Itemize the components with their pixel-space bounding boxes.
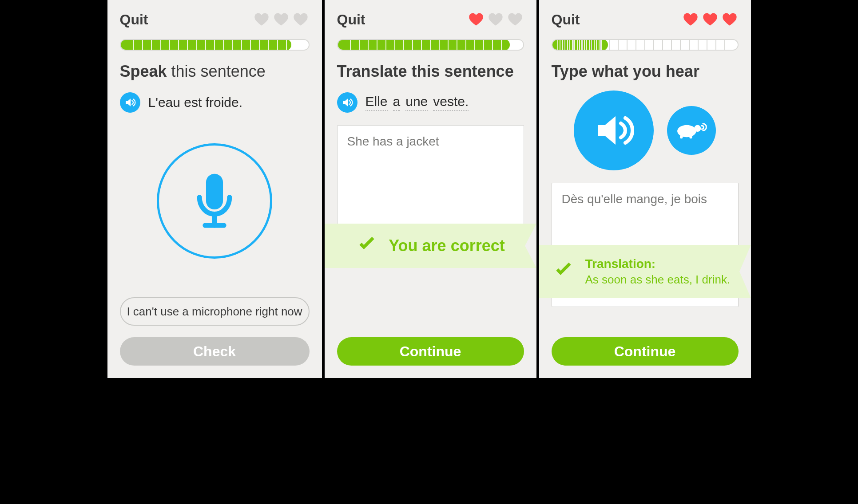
- correct-ribbon: You are correct: [325, 224, 536, 268]
- play-audio-button[interactable]: [120, 92, 140, 113]
- quit-button[interactable]: Quit: [337, 12, 365, 28]
- microphone-icon: [190, 168, 239, 234]
- play-audio-button[interactable]: [574, 91, 654, 170]
- sentence-word[interactable]: veste.: [433, 94, 469, 111]
- sentence-row: Elleauneveste.: [337, 92, 524, 113]
- progress-bar: [337, 39, 524, 51]
- audio-buttons-row: [552, 91, 739, 170]
- translation-label: Translation:: [585, 257, 731, 271]
- lesson-panel-listen: Quit Type what you hear Dès qu'elle mang…: [536, 0, 751, 378]
- heart-filled-icon: [682, 12, 699, 28]
- check-button[interactable]: Check: [120, 337, 310, 366]
- heart-filled-icon: [701, 12, 719, 28]
- heart-empty-icon: [292, 12, 310, 28]
- top-row: Quit: [120, 10, 310, 29]
- hearts-row: [682, 12, 739, 28]
- hearts-row: [253, 12, 310, 28]
- heart-empty-icon: [272, 12, 290, 28]
- progress-bar: [552, 39, 739, 51]
- progress-bar: [120, 39, 310, 51]
- prompt-heading: Translate this sentence: [337, 62, 524, 81]
- sentence-word[interactable]: Elle: [365, 94, 388, 111]
- quit-button[interactable]: Quit: [552, 12, 580, 28]
- prompt-heading: Speak this sentence: [120, 62, 310, 81]
- sentence-text[interactable]: Elleauneveste.: [365, 94, 474, 111]
- correct-message: You are correct: [389, 236, 504, 255]
- play-slow-button[interactable]: [667, 106, 716, 155]
- heart-empty-icon: [506, 12, 524, 28]
- progress-ticks: [338, 40, 523, 50]
- heart-filled-icon: [467, 12, 485, 28]
- continue-button[interactable]: Continue: [552, 337, 739, 366]
- progress-ticks: [552, 40, 738, 50]
- speaker-icon: [342, 97, 353, 108]
- sentence-word: L'eau est froide.: [148, 95, 243, 110]
- speaker-icon: [124, 97, 136, 108]
- sentence-text: L'eau est froide.: [148, 95, 243, 110]
- correct-ribbon: Translation: As soon as she eats, I drin…: [539, 245, 751, 298]
- translation-text: As soon as she eats, I drink.: [585, 273, 731, 287]
- check-icon: [552, 262, 575, 281]
- hearts-row: [467, 12, 524, 28]
- heart-empty-icon: [487, 12, 504, 28]
- heart-empty-icon: [253, 12, 270, 28]
- heart-filled-icon: [721, 12, 739, 28]
- lesson-panel-speak: Quit Speak this sentence L'eau est froid…: [107, 0, 322, 378]
- turtle-icon: [675, 118, 708, 143]
- record-button[interactable]: [157, 143, 272, 259]
- play-audio-button[interactable]: [337, 92, 358, 113]
- progress-ticks: [121, 40, 309, 50]
- top-row: Quit: [552, 10, 739, 29]
- sentence-word[interactable]: une: [405, 94, 428, 111]
- prompt-heading: Type what you hear: [552, 62, 739, 81]
- lesson-panel-translate: Quit Translate this sentence Elleauneves…: [322, 0, 536, 378]
- top-row: Quit: [337, 10, 524, 29]
- quit-button[interactable]: Quit: [120, 12, 148, 28]
- sentence-row: L'eau est froide.: [120, 92, 310, 113]
- sentence-word[interactable]: a: [393, 94, 401, 111]
- no-mic-button[interactable]: I can't use a microphone right now: [120, 297, 310, 326]
- continue-button[interactable]: Continue: [337, 337, 524, 366]
- check-icon: [356, 236, 378, 256]
- mic-area: [120, 113, 310, 289]
- speaker-icon: [592, 109, 635, 152]
